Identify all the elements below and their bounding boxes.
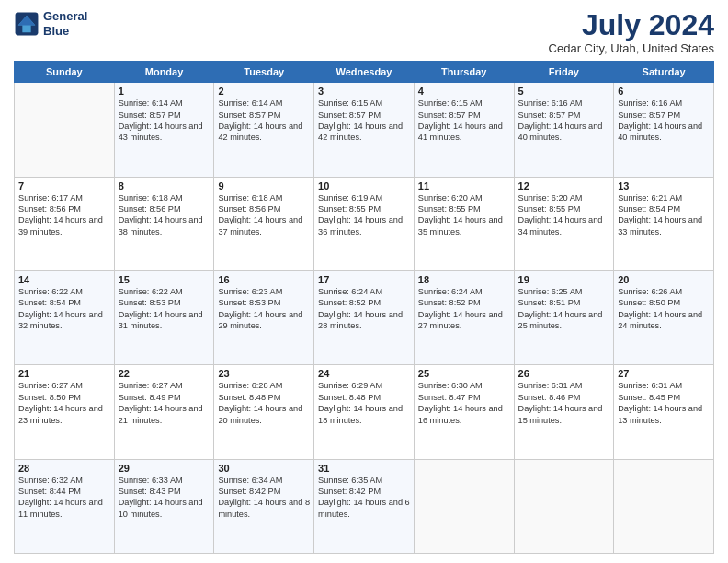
main-title: July 2024 [549, 9, 714, 41]
calendar-cell: 4Sunrise: 6:15 AMSunset: 8:57 PMDaylight… [414, 83, 514, 177]
calendar-cell: 12Sunrise: 6:20 AMSunset: 8:55 PMDayligh… [514, 177, 614, 270]
day-number: 12 [518, 180, 610, 191]
calendar-cell: 9Sunrise: 6:18 AMSunset: 8:56 PMDaylight… [214, 177, 314, 270]
day-number: 20 [618, 274, 710, 285]
day-number: 22 [119, 368, 210, 379]
calendar-week-4: 21Sunrise: 6:27 AMSunset: 8:50 PMDayligh… [15, 365, 714, 459]
day-number: 17 [318, 274, 410, 285]
calendar-cell [15, 83, 115, 177]
day-number: 1 [119, 86, 210, 97]
calendar-cell: 18Sunrise: 6:24 AMSunset: 8:52 PMDayligh… [414, 270, 514, 364]
day-info: Sunrise: 6:20 AMSunset: 8:55 PMDaylight:… [518, 192, 610, 238]
day-number: 14 [18, 274, 110, 285]
day-number: 31 [318, 463, 410, 474]
day-info: Sunrise: 6:22 AMSunset: 8:53 PMDaylight:… [119, 286, 210, 332]
day-number: 28 [18, 463, 110, 474]
day-number: 15 [119, 274, 210, 285]
calendar-cell: 5Sunrise: 6:16 AMSunset: 8:57 PMDaylight… [514, 83, 614, 177]
day-info: Sunrise: 6:17 AMSunset: 8:56 PMDaylight:… [18, 192, 110, 238]
day-number: 19 [518, 274, 610, 285]
day-info: Sunrise: 6:33 AMSunset: 8:43 PMDaylight:… [119, 475, 210, 521]
calendar-cell [614, 459, 714, 553]
day-info: Sunrise: 6:14 AMSunset: 8:57 PMDaylight:… [119, 98, 210, 144]
calendar-header-row: SundayMondayTuesdayWednesdayThursdayFrid… [15, 62, 714, 83]
day-number: 24 [318, 368, 410, 379]
day-info: Sunrise: 6:25 AMSunset: 8:51 PMDaylight:… [518, 286, 610, 332]
calendar-week-5: 28Sunrise: 6:32 AMSunset: 8:44 PMDayligh… [15, 459, 714, 553]
day-number: 27 [618, 368, 710, 379]
day-info: Sunrise: 6:23 AMSunset: 8:53 PMDaylight:… [218, 286, 310, 332]
day-info: Sunrise: 6:15 AMSunset: 8:57 PMDaylight:… [418, 98, 510, 144]
day-header-wednesday: Wednesday [314, 62, 415, 83]
day-info: Sunrise: 6:16 AMSunset: 8:57 PMDaylight:… [618, 98, 710, 144]
day-info: Sunrise: 6:31 AMSunset: 8:46 PMDaylight:… [518, 380, 610, 426]
day-info: Sunrise: 6:27 AMSunset: 8:50 PMDaylight:… [18, 380, 110, 426]
calendar-cell: 8Sunrise: 6:18 AMSunset: 8:56 PMDaylight… [114, 177, 214, 270]
header: General Blue July 2024 Cedar City, Utah,… [14, 9, 714, 55]
day-number: 7 [18, 180, 110, 191]
calendar-cell: 17Sunrise: 6:24 AMSunset: 8:52 PMDayligh… [314, 270, 415, 364]
calendar-cell: 29Sunrise: 6:33 AMSunset: 8:43 PMDayligh… [114, 459, 214, 553]
day-number: 5 [518, 86, 610, 97]
calendar-cell: 20Sunrise: 6:26 AMSunset: 8:50 PMDayligh… [614, 270, 714, 364]
day-info: Sunrise: 6:35 AMSunset: 8:42 PMDaylight:… [318, 475, 410, 521]
day-info: Sunrise: 6:20 AMSunset: 8:55 PMDaylight:… [418, 192, 510, 238]
calendar-week-1: 1Sunrise: 6:14 AMSunset: 8:57 PMDaylight… [15, 83, 714, 177]
day-info: Sunrise: 6:26 AMSunset: 8:50 PMDaylight:… [618, 286, 710, 332]
logo-line1: General [43, 9, 87, 24]
day-number: 21 [18, 368, 110, 379]
day-header-sunday: Sunday [15, 62, 115, 83]
calendar-cell: 10Sunrise: 6:19 AMSunset: 8:55 PMDayligh… [314, 177, 415, 270]
calendar-cell: 24Sunrise: 6:29 AMSunset: 8:48 PMDayligh… [314, 365, 415, 459]
day-header-saturday: Saturday [614, 62, 714, 83]
day-number: 18 [418, 274, 510, 285]
calendar-cell: 22Sunrise: 6:27 AMSunset: 8:49 PMDayligh… [114, 365, 214, 459]
day-info: Sunrise: 6:30 AMSunset: 8:47 PMDaylight:… [418, 380, 510, 426]
day-number: 3 [318, 86, 410, 97]
calendar-cell: 6Sunrise: 6:16 AMSunset: 8:57 PMDaylight… [614, 83, 714, 177]
day-number: 4 [418, 86, 510, 97]
day-info: Sunrise: 6:14 AMSunset: 8:57 PMDaylight:… [218, 98, 310, 144]
calendar-cell: 2Sunrise: 6:14 AMSunset: 8:57 PMDaylight… [214, 83, 314, 177]
calendar-cell: 13Sunrise: 6:21 AMSunset: 8:54 PMDayligh… [614, 177, 714, 270]
day-info: Sunrise: 6:24 AMSunset: 8:52 PMDaylight:… [318, 286, 410, 332]
title-area: July 2024 Cedar City, Utah, United State… [549, 9, 714, 55]
calendar-cell: 15Sunrise: 6:22 AMSunset: 8:53 PMDayligh… [114, 270, 214, 364]
day-info: Sunrise: 6:31 AMSunset: 8:45 PMDaylight:… [618, 380, 710, 426]
day-number: 26 [518, 368, 610, 379]
day-number: 23 [218, 368, 310, 379]
day-number: 25 [418, 368, 510, 379]
day-header-monday: Monday [114, 62, 214, 83]
day-info: Sunrise: 6:27 AMSunset: 8:49 PMDaylight:… [119, 380, 210, 426]
day-number: 16 [218, 274, 310, 285]
calendar-cell: 26Sunrise: 6:31 AMSunset: 8:46 PMDayligh… [514, 365, 614, 459]
page: General Blue July 2024 Cedar City, Utah,… [0, 0, 728, 563]
calendar-cell [414, 459, 514, 553]
day-info: Sunrise: 6:16 AMSunset: 8:57 PMDaylight:… [518, 98, 610, 144]
logo-line2: Blue [43, 24, 87, 39]
logo-icon [14, 11, 40, 37]
calendar-cell: 25Sunrise: 6:30 AMSunset: 8:47 PMDayligh… [414, 365, 514, 459]
day-info: Sunrise: 6:32 AMSunset: 8:44 PMDaylight:… [18, 475, 110, 521]
calendar-cell: 21Sunrise: 6:27 AMSunset: 8:50 PMDayligh… [15, 365, 115, 459]
day-info: Sunrise: 6:24 AMSunset: 8:52 PMDaylight:… [418, 286, 510, 332]
day-info: Sunrise: 6:19 AMSunset: 8:55 PMDaylight:… [318, 192, 410, 238]
logo-text: General Blue [43, 9, 87, 38]
calendar-cell: 23Sunrise: 6:28 AMSunset: 8:48 PMDayligh… [214, 365, 314, 459]
calendar-cell: 30Sunrise: 6:34 AMSunset: 8:42 PMDayligh… [214, 459, 314, 553]
calendar-cell: 31Sunrise: 6:35 AMSunset: 8:42 PMDayligh… [314, 459, 415, 553]
day-header-friday: Friday [514, 62, 614, 83]
calendar-cell: 1Sunrise: 6:14 AMSunset: 8:57 PMDaylight… [114, 83, 214, 177]
day-info: Sunrise: 6:28 AMSunset: 8:48 PMDaylight:… [218, 380, 310, 426]
day-number: 2 [218, 86, 310, 97]
day-number: 13 [618, 180, 710, 191]
day-info: Sunrise: 6:34 AMSunset: 8:42 PMDaylight:… [218, 475, 310, 521]
day-number: 10 [318, 180, 410, 191]
calendar-cell: 14Sunrise: 6:22 AMSunset: 8:54 PMDayligh… [15, 270, 115, 364]
logo: General Blue [14, 9, 87, 38]
calendar-cell: 3Sunrise: 6:15 AMSunset: 8:57 PMDaylight… [314, 83, 415, 177]
day-info: Sunrise: 6:21 AMSunset: 8:54 PMDaylight:… [618, 192, 710, 238]
day-number: 30 [218, 463, 310, 474]
calendar-cell: 7Sunrise: 6:17 AMSunset: 8:56 PMDaylight… [15, 177, 115, 270]
calendar-table: SundayMondayTuesdayWednesdayThursdayFrid… [14, 61, 714, 554]
